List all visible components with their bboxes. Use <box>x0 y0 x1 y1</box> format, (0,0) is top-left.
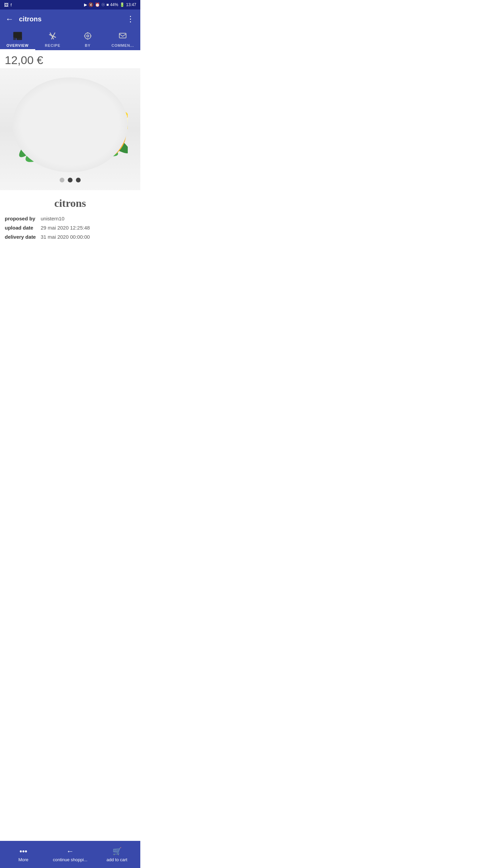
svg-rect-14 <box>119 33 126 38</box>
status-bar-right: ▶ 🔇 ⏰ ☉ ■ 44% 🔋 13:47 <box>84 2 136 7</box>
product-image-wrapper <box>13 77 128 172</box>
bluetooth-icon: ▶ <box>84 2 87 7</box>
status-bar-left: 🖼 f <box>4 2 12 7</box>
dot-2[interactable] <box>68 178 73 182</box>
proposed-by-label: proposed by <box>5 216 39 221</box>
svg-point-9 <box>87 35 89 37</box>
product-info: citrons proposed by unistern10 upload da… <box>0 190 140 277</box>
tab-recipe[interactable]: RECIPE <box>35 28 70 50</box>
upload-date-value: 29 mai 2020 12:25:48 <box>41 225 90 231</box>
tab-by-label: BY <box>85 43 90 47</box>
svg-rect-4 <box>17 37 22 40</box>
svg-rect-3 <box>13 38 16 40</box>
tab-comments-label: COMMEN... <box>111 43 134 47</box>
battery-icon: 🔋 <box>120 2 125 7</box>
carousel-dots <box>60 178 81 182</box>
facebook-icon: f <box>11 2 12 7</box>
tab-bar: OVERVIEW RECIPE BY <box>0 28 140 50</box>
overflow-menu-button[interactable]: ⋮ <box>126 14 135 24</box>
status-bar: 🖼 f ▶ 🔇 ⏰ ☉ ■ 44% 🔋 13:47 <box>0 0 140 9</box>
proposed-by-value: unistern10 <box>41 216 64 221</box>
overview-icon <box>13 32 22 42</box>
comments-icon <box>119 32 127 42</box>
alarm-icon: ⏰ <box>95 2 100 7</box>
back-button[interactable]: ← <box>5 14 14 24</box>
tab-overview-label: OVERVIEW <box>6 43 29 47</box>
dot-1[interactable] <box>60 178 64 182</box>
svg-point-8 <box>85 33 91 39</box>
delivery-date-label: delivery date <box>5 234 39 240</box>
page-title: citrons <box>19 15 126 23</box>
image-background <box>13 77 128 172</box>
product-name: citrons <box>5 197 136 210</box>
tab-comments[interactable]: COMMEN... <box>105 28 141 50</box>
battery-percent: 44% <box>110 2 118 7</box>
tab-recipe-label: RECIPE <box>45 43 60 47</box>
clock: 13:47 <box>126 2 136 7</box>
signal-icon: ■ <box>106 2 109 7</box>
tab-overview[interactable]: OVERVIEW <box>0 28 35 50</box>
product-price: 12,00 € <box>0 50 140 68</box>
tab-by[interactable]: BY <box>70 28 105 50</box>
proposed-by-row: proposed by unistern10 <box>5 216 136 221</box>
delivery-date-value: 31 mai 2020 00:00:00 <box>41 234 90 240</box>
delivery-date-row: delivery date 31 mai 2020 00:00:00 <box>5 234 136 240</box>
upload-date-label: upload date <box>5 225 39 231</box>
upload-date-row: upload date 29 mai 2020 12:25:48 <box>5 225 136 231</box>
photo-app-icon: 🖼 <box>4 2 8 7</box>
location-icon <box>84 32 92 42</box>
image-carousel[interactable] <box>0 68 140 190</box>
wifi-icon: ☉ <box>101 2 105 7</box>
top-nav: ← citrons ⋮ <box>0 9 140 28</box>
mute-icon: 🔇 <box>88 2 94 7</box>
recipe-icon <box>48 32 57 42</box>
content-area: 12,00 € <box>0 50 140 277</box>
svg-rect-1 <box>14 33 21 37</box>
dot-3[interactable] <box>76 178 81 182</box>
